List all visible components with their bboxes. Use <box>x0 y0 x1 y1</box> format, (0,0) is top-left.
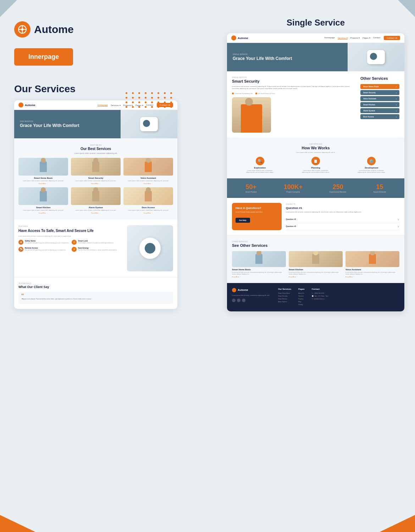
service-link-voice[interactable]: Know More → <box>123 183 173 184</box>
service-link-security[interactable]: Know More → <box>71 183 121 184</box>
service-link-kitchen[interactable]: Know More → <box>18 212 68 214</box>
footer-brand-name: Autome <box>238 288 248 292</box>
service-img-illustration <box>71 187 121 205</box>
stat-smart-product: 50+ Smart Product <box>245 183 257 193</box>
service-main-content: SINGLE SERVICE Smart Security Lorem ipsu… <box>232 76 356 133</box>
footer-hours-text: Mon - Fri • 8am - 7pm <box>315 295 328 297</box>
service-link-smart-home[interactable]: Know More → <box>18 183 68 184</box>
other-service-btn-alarm[interactable]: Alarm System › <box>360 108 399 113</box>
quote-text: "Aliquam erat volutpat. Praesent finibus… <box>21 298 170 300</box>
service-link-alarm[interactable]: Know More → <box>71 212 121 214</box>
meta-text-2: Get Smart Privacy & Focus <box>258 93 275 94</box>
service-desc-voice: Lorem ipsum dolor sit amet, consectetur … <box>123 180 173 182</box>
list-item: Door Access Lorem ipsum dolor sit amet, … <box>123 187 173 214</box>
service-desc-door: Lorem ipsum dolor sit amet, consectetur … <box>123 209 173 211</box>
single-mock-navbar: Autome Homepage Services ▾ Projects ▾ Pa… <box>227 33 404 43</box>
service-img-illustration <box>18 158 68 176</box>
service-desc-smart-home: Lorem ipsum dolor sit amet, consectetur … <box>18 180 68 182</box>
mock-hero-text: OUR SERVICES Grace Your Life With Comfor… <box>20 120 79 128</box>
service-name-voice: Voice Assistant <box>123 177 173 179</box>
faq-q1-answer: Lorem ipsum dolor sit amet, consectetur … <box>286 211 399 213</box>
single-mock-brand: Autome <box>231 35 248 40</box>
stats-bar: 50+ Smart Product 100K+ Project Complete… <box>227 178 404 198</box>
service-person-illustration <box>232 97 271 133</box>
faq-cta-box: Have A Questions? Lorem Praesent finibus… <box>232 203 282 230</box>
how-title: How We Works <box>232 146 399 150</box>
faq-cta-button[interactable]: Get Help <box>236 218 250 223</box>
faq-item-q2[interactable]: Question #2 ∨ <box>286 216 399 223</box>
how-desc: Lorem ipsum dolor sit amet, consectetur … <box>232 151 399 153</box>
faq-item-q3[interactable]: Question #3 ∨ <box>286 223 399 230</box>
single-hero-title: Grace Your Life With Comfort <box>233 56 292 61</box>
list-item: Smart Kitchen Lorem ipsum dolor sit amet… <box>18 187 68 214</box>
step-exploration: 🔍 Exploration Lorem ipsum dolor sit amet… <box>246 157 274 173</box>
faq-cta-title: Have A Questions? <box>236 206 278 210</box>
footer-hours: 🕐 Mon - Fri • 8am - 7pm <box>312 295 328 297</box>
service-desc-security: Lorem ipsum dolor sit amet, consectetur … <box>71 180 121 182</box>
feature-lock-text: Smart Lock Find multiple locations to cr… <box>78 240 114 244</box>
single-mock-brand-name: Autome <box>238 37 248 40</box>
single-mock-brand-logo <box>231 35 236 40</box>
faq-q3-text: Question #3 <box>286 225 296 227</box>
smart-device-illustration <box>140 117 158 131</box>
footer-pages-title: Pages <box>298 288 305 290</box>
arrow-icon-kitchen: › <box>396 104 397 106</box>
innerpage-button[interactable]: Innerpage <box>14 48 73 66</box>
other-service-btn-door[interactable]: Door Access › <box>360 114 399 119</box>
how-works-section: OUR PROCESS How We Works Lorem ipsum dol… <box>227 138 404 178</box>
meta-item-2: Get Smart Privacy & Focus <box>255 93 275 94</box>
footer-page-pricing: Pricing <box>298 304 305 305</box>
other-service-link-kitchen[interactable]: Know More → <box>289 276 343 278</box>
other-services-section-title: See Other Services <box>232 243 399 248</box>
energy-icon: ⚡ <box>72 247 77 252</box>
faq-number: Question #1 <box>286 203 399 205</box>
person-shape <box>40 191 47 201</box>
service-image-door <box>123 187 173 205</box>
left-column: Autome Innerpage Our Services Autome Hom… <box>14 21 177 309</box>
mock-services-label: WHAT WE DO <box>18 144 173 146</box>
other-service-btn-home[interactable]: Smart Home Basic › <box>360 84 399 89</box>
list-item: Alarm System Lorem ipsum dolor sit amet,… <box>71 187 121 214</box>
footer-pages-col: Pages About Us Services Projects Blog Pr… <box>298 288 305 306</box>
meta-item-1: Connected Participating Link <box>232 93 253 94</box>
other-service-btn-kitchen[interactable]: Smart Kitchen › <box>360 102 399 107</box>
service-img-illustration <box>123 187 173 205</box>
other-service-btn-security[interactable]: Smart Security › <box>360 90 399 95</box>
how-label: OUR PROCESS <box>232 143 399 145</box>
service-img-illustration <box>18 187 68 205</box>
person-shape <box>40 161 47 172</box>
other-service-img-home <box>232 251 286 267</box>
mock-services-title: Our Best Services <box>18 147 173 151</box>
mock-hero-label: OUR SERVICES <box>20 120 79 122</box>
remote-icon: 📡 <box>18 247 23 252</box>
social-instagram[interactable] <box>242 299 245 302</box>
service-description: Lorem ipsum dolor sit amet, consectetur … <box>232 85 356 90</box>
stat-label-experienced: Experienced Member <box>330 191 347 193</box>
mock-services-grid: Smart Home Basic Lorem ipsum dolor sit a… <box>18 158 173 214</box>
social-facebook[interactable] <box>232 299 236 302</box>
footer-brand-desc: Lorem ipsum dolor sit amet, consectetur … <box>232 294 271 297</box>
meta-dot-2 <box>255 93 257 94</box>
other-service-btn-voice[interactable]: Voice Assistant › <box>360 96 399 101</box>
mock-nav-link-services: Services ▾ <box>111 104 121 106</box>
other-service-link-home[interactable]: Know More → <box>232 276 286 278</box>
mock-services-section: WHAT WE DO Our Best Services Lorem ipsum… <box>14 138 177 220</box>
development-icon: ⚙️ <box>367 157 376 165</box>
arrow-icon-security: › <box>396 92 397 94</box>
step-planning-desc: Lorem ipsum dolor sit amet, consectetur … <box>301 170 330 173</box>
features-grid: 🏠 Safety Home Our product will speed up … <box>18 240 123 252</box>
arrow-icon-home: › <box>396 85 397 88</box>
meta-dot-1 <box>232 93 234 94</box>
other-service-link-voice[interactable]: Know More → <box>345 276 399 278</box>
other-service-desc-home: Lorem ipsum dolor sit amet, consectetur … <box>232 271 286 275</box>
social-twitter[interactable] <box>237 299 240 302</box>
stat-project-complete: 100K+ Project Complete <box>284 183 303 193</box>
service-link-door[interactable]: Know More → <box>123 212 173 214</box>
service-image-voice <box>123 158 173 176</box>
footer-service-item-2: Smart Security <box>278 295 291 297</box>
brand: Autome <box>14 21 177 38</box>
mock-hero-title: Grace Your Life With Comfort <box>20 123 79 128</box>
footer-email-text: web@autome.co <box>314 298 325 300</box>
single-mock-nav-cta[interactable]: Contact Us <box>384 36 400 40</box>
mock-nav-link-home: Homepage <box>98 104 108 106</box>
